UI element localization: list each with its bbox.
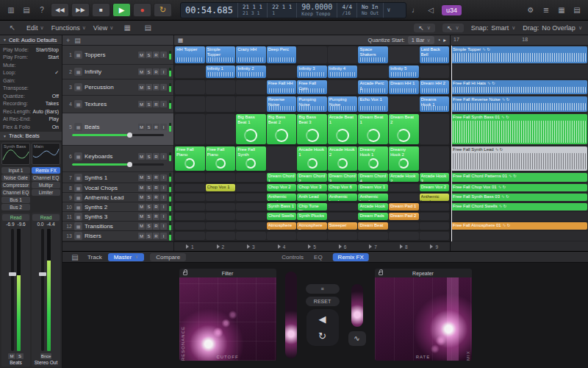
region[interactable]: Free Fall Hi Hats∿ ↻ <box>451 80 587 94</box>
track-s-button[interactable]: S <box>146 124 152 130</box>
empty-cell[interactable] <box>175 194 205 201</box>
channel-slot-button[interactable]: Input 1 <box>1 167 30 174</box>
empty-cell[interactable] <box>206 232 236 240</box>
region[interactable]: Free Fall Synth Bass 01∿ ↻ <box>451 114 587 144</box>
loop-cell[interactable]: Arcade Hook 3 <box>420 173 450 182</box>
loop-cell[interactable]: Anth Lead <box>297 194 327 201</box>
track-m-button[interactable]: M <box>138 174 145 181</box>
track-list-options-icon[interactable]: ▤ <box>74 37 81 44</box>
fader-cap[interactable] <box>39 272 46 276</box>
track-s-button[interactable]: S <box>146 204 152 210</box>
empty-cell[interactable] <box>206 222 236 230</box>
record-button[interactable]: ● <box>133 3 151 17</box>
inspector-row-value[interactable]: Start <box>48 54 59 60</box>
track-header[interactable]: 8▦Vocal ChopsMSRI <box>62 183 173 193</box>
grid-mode-icon[interactable]: ▦ <box>178 37 183 43</box>
loop-cell[interactable]: Chop Vox 3 <box>297 184 327 191</box>
empty-cell[interactable] <box>267 232 297 240</box>
m-button[interactable]: M <box>8 353 15 359</box>
lcd-signature-section[interactable]: 4/4 /16 <box>337 3 357 18</box>
loop-cell[interactable]: Free Fall Piano <box>206 146 236 171</box>
smart-controls-icon[interactable]: ▤ <box>68 250 82 263</box>
scene-trigger[interactable]: 6 <box>328 242 358 251</box>
track-r-button[interactable]: R <box>153 204 159 210</box>
track-r-button[interactable]: R <box>153 174 159 181</box>
empty-cell[interactable] <box>328 46 358 63</box>
loop-cell[interactable]: Chop Vox 2 <box>267 184 297 191</box>
tape-stop-wave-icon[interactable]: ∿ <box>348 331 366 346</box>
cpu-badge[interactable]: u34 <box>442 5 462 15</box>
track-header[interactable]: 11▦Synths 3MSRI <box>62 212 173 222</box>
track-i-button[interactable]: I <box>160 233 167 239</box>
region[interactable]: Free Fall Reverse Noise∿ ↻ <box>451 96 587 112</box>
repeater-xy-pad[interactable]: MIX RATE <box>375 277 472 361</box>
track-header[interactable]: 7▦Synths 1MSRI <box>62 172 173 183</box>
scene-trigger[interactable]: 2 <box>206 242 236 251</box>
track-header[interactable]: 4▦TexturesMSRI <box>62 96 173 113</box>
grid-expand-icon[interactable]: ▸ <box>443 37 446 43</box>
loop-cell[interactable]: Dream HH 2 <box>420 80 450 94</box>
slider-knob[interactable] <box>127 162 132 167</box>
tab-remix-fx[interactable]: Remix FX <box>333 253 369 261</box>
grid-view-icon[interactable]: ▦ <box>121 21 134 35</box>
track-m-button[interactable]: M <box>138 213 145 220</box>
loop-cell[interactable]: Anthemic Lead <box>420 194 450 201</box>
gater-strip[interactable] <box>285 272 297 358</box>
region[interactable]: Free Fall Atmosphere 01∿ ↻ <box>451 222 587 230</box>
track-s-button[interactable]: S <box>146 101 152 107</box>
inspector-row-value[interactable]: Start/Stop <box>36 47 59 52</box>
empty-cell[interactable] <box>206 80 236 94</box>
empty-cell[interactable] <box>389 222 419 230</box>
empty-cell[interactable] <box>206 114 236 144</box>
empty-cell[interactable] <box>206 173 236 182</box>
loop-cell[interactable]: Arcade Beat 1 <box>328 114 358 144</box>
channel-slot-button[interactable]: Remix FX <box>32 167 60 174</box>
track-s-button[interactable]: S <box>146 84 152 91</box>
loop-cell[interactable]: Chip Tune Flts <box>297 203 327 210</box>
loop-cell[interactable]: Dream Pad 1 <box>389 203 419 210</box>
channel-slot-button[interactable]: Channel EQ <box>32 174 60 181</box>
loop-cell[interactable]: HH Topper <box>175 46 205 63</box>
track-s-button[interactable]: S <box>146 185 152 191</box>
loop-cell[interactable]: Arcade Hook 3 <box>358 203 388 210</box>
channel-slot-button[interactable]: Bus 1 <box>1 197 30 203</box>
track-m-button[interactable]: M <box>138 101 145 107</box>
lcd-tempo-section[interactable]: 90.0000 Keep Tempo <box>297 3 337 18</box>
lock-icon[interactable] <box>379 272 383 275</box>
loop-cell[interactable]: Deep Perc <box>267 46 297 63</box>
scene-trigger[interactable]: 4 <box>267 242 297 251</box>
track-header[interactable]: 5▦BeatsMSRI <box>62 113 173 146</box>
loop-cell[interactable]: Laid Back Bell <box>420 46 450 63</box>
loop-cell[interactable]: Dream Beat <box>358 222 388 230</box>
empty-cell[interactable] <box>206 96 236 112</box>
loop-cell[interactable]: Infinity 4 <box>328 66 358 78</box>
loop-cell[interactable]: Dream Chord 3 <box>328 173 358 182</box>
track-s-button[interactable]: S <box>146 52 152 58</box>
track-i-button[interactable]: I <box>160 185 167 191</box>
track-s-button[interactable]: S <box>146 213 152 220</box>
track-header[interactable]: 2▦InfinityMSRI <box>62 65 173 79</box>
loop-cell[interactable]: Big Bass Beat 1 <box>236 114 266 144</box>
track-r-button[interactable]: R <box>153 194 159 201</box>
track-header[interactable]: 6▦KeyboardsMSRI <box>62 146 173 172</box>
channel-slot-button[interactable]: Limiter <box>32 189 60 196</box>
lcd-display[interactable]: 00:54.685 21 1 1 21 3 1 22 1 1 1 90.0000… <box>180 2 406 18</box>
tab-eq[interactable]: EQ <box>314 254 323 261</box>
list-editors-icon[interactable]: ≣ <box>539 4 553 17</box>
track-m-button[interactable]: M <box>138 233 145 239</box>
performance-dial-icon[interactable]: ◔ <box>437 37 441 43</box>
empty-cell[interactable] <box>328 232 358 240</box>
empty-cell[interactable] <box>175 222 205 230</box>
loop-cell[interactable]: Anthemic Lead <box>267 194 297 201</box>
channel-slot-button[interactable]: Compressor <box>1 182 30 188</box>
loop-cell[interactable]: Chord Swells <box>267 213 297 220</box>
empty-cell[interactable] <box>389 232 419 240</box>
empty-cell[interactable] <box>175 203 205 210</box>
track-s-button[interactable]: S <box>146 194 152 201</box>
empty-cell[interactable] <box>389 184 419 191</box>
scene-trigger[interactable]: 9 <box>420 242 450 251</box>
loop-cell[interactable]: Infinity 3 <box>297 66 327 78</box>
track-i-button[interactable]: I <box>160 101 167 107</box>
command-click-tool-menu[interactable]: ↖ ∨ <box>442 24 464 32</box>
empty-cell[interactable] <box>358 66 388 78</box>
